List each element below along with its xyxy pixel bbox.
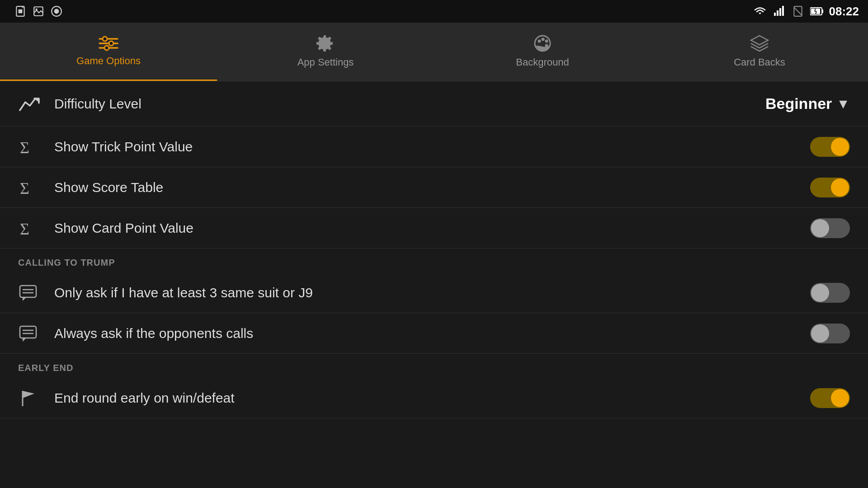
svg-rect-13 [822,9,823,13]
show-score-table-toggle[interactable] [810,178,850,197]
tab-card-backs[interactable]: Card Backs [651,23,868,81]
chat-always-icon [18,324,45,343]
tab-game-options-label: Game Options [76,55,141,67]
sim-card-icon [14,5,27,18]
sigma-trick-icon: Σ [18,138,45,156]
tab-game-options[interactable]: Game Options [0,23,217,81]
content-area: Difficulty Level Beginner ▼ Σ Show Trick… [0,81,868,418]
status-bar: 08:22 [0,0,868,23]
calling-to-trump-header: CALLING TO TRUMP [0,249,868,272]
svg-point-26 [542,38,545,41]
always-ask-toggle[interactable] [810,324,850,343]
svg-rect-7 [777,10,778,16]
battery-icon [810,5,824,18]
tab-app-settings[interactable]: App Settings [217,23,434,81]
svg-point-27 [545,40,548,43]
only-ask-label: Only ask if I have at least 3 same suit … [54,285,810,300]
show-score-table-row[interactable]: Σ Show Score Table [0,167,868,208]
toggle-knob [831,138,849,156]
difficulty-row[interactable]: Difficulty Level Beginner ▼ [0,81,868,127]
svg-line-11 [794,7,802,15]
svg-marker-29 [751,36,768,45]
chat-only-icon [18,283,45,303]
show-card-point-label: Show Card Point Value [54,221,810,236]
svg-text:Σ: Σ [20,139,29,156]
toggle-knob [831,178,849,197]
layers-icon [750,34,769,53]
svg-text:Σ: Σ [20,220,29,237]
svg-rect-1 [19,9,23,14]
svg-point-21 [103,37,107,41]
show-score-table-label: Show Score Table [54,180,810,195]
wifi-icon [753,5,767,18]
sigma-card-icon: Σ [18,219,45,237]
palette-icon [533,34,552,53]
show-card-point-toggle[interactable] [810,218,850,238]
show-trick-point-label: Show Trick Point Value [54,139,810,155]
sliders-icon [99,35,118,52]
toggle-knob [831,389,849,407]
always-ask-label: Always ask if the opponents calls [54,326,810,341]
svg-text:Σ: Σ [20,179,29,197]
no-sim-icon [791,5,805,18]
record-icon [50,5,63,18]
svg-point-23 [104,46,109,50]
tab-background-label: Background [516,56,569,68]
end-round-row[interactable]: End round early on win/defeat [0,378,868,418]
difficulty-label: Difficulty Level [54,96,765,112]
tab-background[interactable]: Background [434,23,651,81]
tab-card-backs-label: Card Backs [734,56,785,68]
tab-bar: Game Options App Settings Background [0,23,868,81]
svg-rect-33 [20,286,36,297]
image-icon [32,5,45,18]
show-card-point-value-row[interactable]: Σ Show Card Point Value [0,208,868,249]
difficulty-value[interactable]: Beginner ▼ [765,95,850,113]
end-round-label: End round early on win/defeat [54,390,810,406]
svg-rect-36 [20,326,36,338]
toggle-knob [811,284,829,302]
status-time: 08:22 [829,5,859,19]
show-trick-point-toggle[interactable] [810,137,850,157]
sigma-score-icon: Σ [18,178,45,197]
always-ask-row[interactable]: Always ask if the opponents calls [0,313,868,354]
difficulty-selected: Beginner [765,95,832,113]
difficulty-icon [18,95,45,113]
show-trick-point-value-row[interactable]: Σ Show Trick Point Value [0,127,868,167]
flag-icon [18,388,45,408]
end-round-toggle[interactable] [810,388,850,408]
svg-point-25 [538,40,541,43]
svg-rect-6 [774,13,776,16]
gear-icon [316,34,335,53]
toggle-knob [811,219,829,237]
toggle-knob [811,324,829,343]
only-ask-row[interactable]: Only ask if I have at least 3 same suit … [0,272,868,313]
svg-rect-8 [779,8,781,16]
dropdown-arrow-icon: ▼ [836,96,850,112]
signal-icon [772,5,786,18]
only-ask-toggle[interactable] [810,283,850,303]
svg-rect-9 [782,6,784,16]
early-end-header: EARLY END [0,354,868,378]
svg-point-5 [54,9,59,14]
tab-app-settings-label: App Settings [297,56,354,68]
svg-point-22 [109,41,113,46]
